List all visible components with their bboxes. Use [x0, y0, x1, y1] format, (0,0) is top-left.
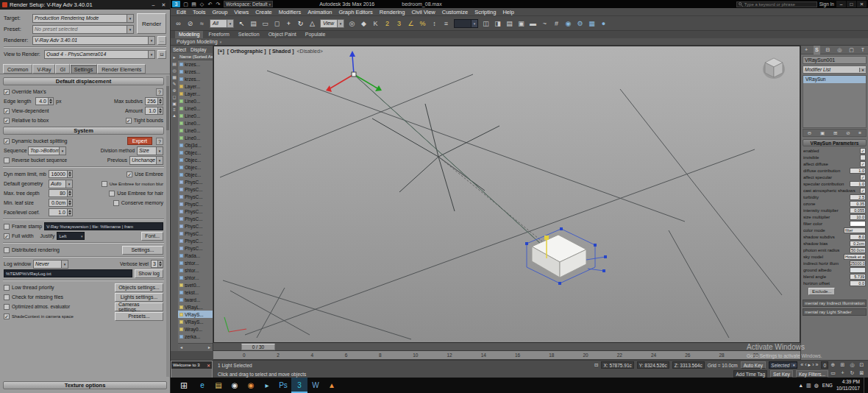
scene-explorer-item[interactable]: Line0... [178, 127, 213, 134]
default-geometry-dropdown[interactable]: Auto▾ [49, 180, 73, 188]
parameter-row[interactable]: turbidity 2.5 [803, 194, 867, 200]
parameter-value[interactable]: ✓ [860, 188, 866, 194]
spinner-icon[interactable] [68, 170, 73, 178]
viewport[interactable]: [+] [ Orthographic ] [ Shaded ] <Disable… [213, 46, 800, 343]
conserve-memory-checkbox[interactable] [113, 200, 119, 206]
low-thread-priority-checkbox[interactable] [4, 285, 10, 291]
lock-view-button[interactable]: ⊡ [157, 50, 166, 59]
align-icon[interactable]: ◨ [492, 18, 503, 29]
show-desktop-button[interactable] [864, 378, 867, 393]
scene-explorer-item[interactable]: VRayS... [178, 311, 213, 318]
explorer-name-column-header[interactable]: Name (Sorted Ascend... [178, 53, 213, 60]
spinner-snap-icon[interactable]: ↕ [429, 18, 440, 29]
firefox-icon[interactable]: ◉ [243, 378, 259, 393]
menu-item[interactable]: Views [234, 9, 249, 15]
modifier-stack-item[interactable]: VRaySun [803, 76, 866, 83]
hierarchy-tab-icon[interactable]: ⊟ [824, 46, 831, 54]
ribbon-tab[interactable]: Freeform [204, 31, 232, 38]
selection-lock-toggle[interactable]: ⊡ [594, 362, 598, 368]
material-editor-icon[interactable]: ◉ [563, 18, 574, 29]
object-name-field[interactable]: VRaySun001 [803, 56, 867, 64]
amount-field[interactable]: 1.0 [145, 107, 163, 115]
texture-options-rollout[interactable]: Texture options [3, 381, 167, 389]
spinner-icon[interactable] [68, 208, 73, 216]
coordinate-x-field[interactable]: X: 57875.91c [601, 361, 633, 369]
app-logo-icon[interactable]: 3 [172, 1, 180, 7]
parameter-row[interactable]: affect specular ✓ [803, 174, 867, 180]
scene-explorer-item[interactable]: Obj3d... [178, 141, 213, 149]
previous-dropdown[interactable]: Unchange▾ [129, 156, 163, 165]
maximize-viewport-toggle-icon[interactable]: ⊠ [857, 369, 867, 378]
3ds-max-icon[interactable]: 3 [291, 378, 307, 393]
vlc-icon[interactable]: ▲ [324, 378, 340, 393]
parameter-row[interactable]: enabled ✓ [803, 147, 867, 154]
parameter-value[interactable]: 1.0 [850, 181, 866, 187]
modifier-list-dropdown[interactable]: Modifier List ▾ [803, 66, 867, 74]
parameter-value[interactable]: 10.0 [850, 214, 866, 220]
menu-item[interactable]: Group [212, 9, 227, 15]
use-pivot-point-icon[interactable]: ◎ [346, 18, 357, 29]
render-setup-tab[interactable]: GI [55, 64, 69, 74]
scene-explorer-item[interactable]: tward... [178, 296, 213, 303]
show-log-button[interactable]: Show log [135, 269, 163, 278]
view-to-render-dropdown[interactable]: Quad 4 - PhysCamera014▾ [44, 50, 155, 59]
spinner-icon[interactable] [49, 97, 54, 105]
viewport-pov-menu[interactable]: [ Orthographic ] [227, 49, 266, 54]
parameter-value[interactable]: ✓ [860, 148, 866, 154]
frame-stamp-field[interactable]: V-Ray %vraysversion | file: %filename | … [44, 222, 163, 230]
curve-editor-icon[interactable]: ~ [539, 18, 550, 29]
ribbon-tab[interactable]: Selection [235, 31, 263, 38]
max-subdivs-field[interactable]: 256 [145, 97, 163, 105]
spinner-icon[interactable] [68, 189, 73, 197]
full-width-checkbox[interactable]: ✓ [4, 233, 10, 239]
parameter-value[interactable]: 5.739 [850, 274, 866, 280]
scene-explorer-item[interactable]: PhysC... [178, 215, 213, 222]
scene-explorer-item[interactable]: Line0... [178, 97, 213, 105]
use-embree-checkbox[interactable]: ✓ [127, 171, 132, 177]
scene-explorer-item[interactable]: shtor... [178, 259, 213, 266]
scene-explorer-item[interactable]: PhysC... [178, 208, 213, 215]
target-dropdown[interactable]: Production Rendering Mode▾ [32, 14, 134, 23]
scene-explorer-item[interactable]: PhysC... [178, 222, 213, 230]
welcome-window[interactable]: Welcome to 3 ✕ [171, 361, 213, 378]
play-button[interactable]: ▸ [808, 362, 811, 368]
menu-item[interactable]: Graph Editors [339, 9, 373, 15]
sequence-dropdown[interactable]: Top->Bottom▾ [28, 146, 66, 155]
menu-item[interactable]: Rendering [380, 9, 405, 15]
tray-icon[interactable]: ◍ [814, 383, 819, 389]
tray-icon[interactable]: ▲ [798, 383, 803, 389]
select-object-icon[interactable]: ↖ [236, 18, 247, 29]
close-icon[interactable]: ✕ [207, 363, 210, 368]
parameter-row[interactable]: specular contribution 1.0 [803, 180, 867, 187]
menu-item[interactable]: Civil View [411, 9, 435, 15]
key-filters-button[interactable]: Key Filters... [796, 370, 828, 378]
parameter-value[interactable]: 25000.0 [850, 261, 866, 266]
scene-explorer-item[interactable]: Layer... [178, 82, 213, 90]
zoom-all-icon[interactable]: ⊞ [838, 361, 847, 369]
explorer-tool-icon[interactable]: ✎ [172, 81, 176, 86]
scene-explorer-item[interactable]: krzes... [178, 60, 213, 68]
workspace-dropdown[interactable]: Workspace: Default ▾ [224, 1, 273, 7]
menu-item[interactable]: Help [502, 9, 513, 15]
select-and-rotate-icon[interactable]: ↻ [295, 18, 306, 29]
parameter-value[interactable]: ✓ [860, 174, 866, 180]
zoom-icon[interactable]: ⊕ [828, 361, 838, 369]
explorer-tool-icon[interactable]: ▣ [172, 101, 177, 106]
shadecontext-checkbox[interactable]: ✓ [4, 314, 10, 319]
parameter-value[interactable]: 1.0 [850, 168, 866, 174]
font-button[interactable]: Font... [141, 232, 163, 241]
division-method-dropdown[interactable]: Size▾ [137, 146, 163, 155]
render-setup-icon[interactable]: ⚙ [574, 18, 586, 29]
select-and-manipulate-icon[interactable]: ◆ [358, 18, 369, 29]
field-of-view-icon[interactable]: ▭ [828, 369, 838, 378]
language-indicator[interactable]: ENG [822, 383, 833, 388]
explorer-tool-icon[interactable]: ▲ [172, 113, 177, 118]
scene-explorer-item[interactable]: VRayS... [178, 318, 213, 325]
embree-hair-checkbox[interactable] [109, 191, 115, 196]
help-button[interactable]: ? [156, 138, 163, 145]
scene-explorer-item[interactable]: PhysC... [178, 185, 213, 193]
render-production-icon[interactable]: ● [598, 18, 609, 29]
keyboard-override-icon[interactable]: K [370, 18, 381, 29]
track-bar[interactable]: 024681012141618202224262830 [213, 351, 800, 360]
go-to-start-button[interactable]: « [800, 362, 803, 368]
